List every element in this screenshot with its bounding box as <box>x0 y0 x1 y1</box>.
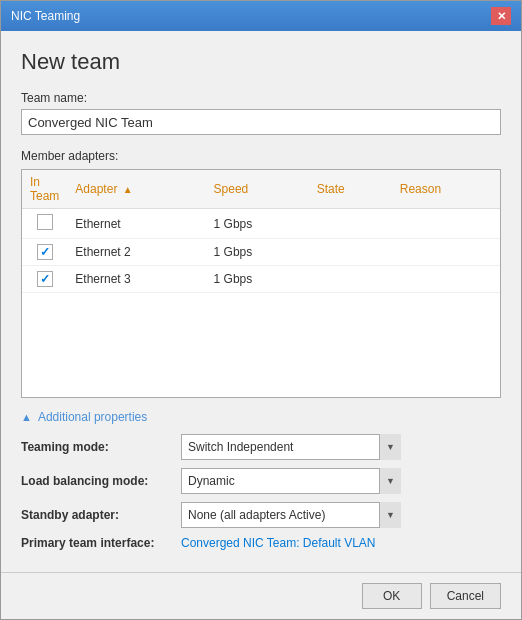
close-button[interactable]: ✕ <box>491 7 511 25</box>
chevron-up-icon: ▲ <box>21 411 32 423</box>
prop-row: Primary team interface:Converged NIC Tea… <box>21 536 501 550</box>
prop-row: Load balancing mode:DynamicHyper-V PortA… <box>21 468 501 494</box>
primary-interface-link[interactable]: Converged NIC Team: Default VLAN <box>181 536 376 550</box>
adapter-checkbox[interactable] <box>37 271 53 287</box>
adapter-reason-cell <box>392 239 500 266</box>
team-name-label: Team name: <box>21 91 501 105</box>
table-row: Ethernet 31 Gbps <box>22 266 500 293</box>
adapter-reason-cell <box>392 266 500 293</box>
adapter-name-cell: Ethernet <box>67 209 205 239</box>
in-team-cell[interactable] <box>22 266 67 293</box>
adapters-table-container: In Team Adapter ▲ Speed State Reason Eth… <box>21 169 501 398</box>
adapter-checkbox[interactable] <box>37 214 53 230</box>
adapter-speed-cell: 1 Gbps <box>206 266 309 293</box>
in-team-cell[interactable] <box>22 239 67 266</box>
prop-select-0[interactable]: Switch IndependentStatic TeamingLACP <box>181 434 401 460</box>
dialog-footer: OK Cancel <box>1 572 521 619</box>
dialog-content: New team Team name: Member adapters: In … <box>1 31 521 572</box>
adapter-name-cell: Ethernet 2 <box>67 239 205 266</box>
col-adapter[interactable]: Adapter ▲ <box>67 170 205 209</box>
table-row: Ethernet1 Gbps <box>22 209 500 239</box>
title-bar-label: NIC Teaming <box>11 9 80 23</box>
prop-label: Teaming mode: <box>21 440 181 454</box>
prop-select-2[interactable]: None (all adapters Active)EthernetEthern… <box>181 502 401 528</box>
prop-label: Primary team interface: <box>21 536 181 550</box>
team-name-input[interactable] <box>21 109 501 135</box>
additional-properties-section: Teaming mode:Switch IndependentStatic Te… <box>21 434 501 558</box>
adapter-state-cell <box>309 266 392 293</box>
col-reason: Reason <box>392 170 500 209</box>
adapter-checkbox[interactable] <box>37 244 53 260</box>
select-wrapper: None (all adapters Active)EthernetEthern… <box>181 502 401 528</box>
additional-properties-toggle[interactable]: ▲ Additional properties <box>21 410 501 424</box>
prop-row: Teaming mode:Switch IndependentStatic Te… <box>21 434 501 460</box>
col-state: State <box>309 170 392 209</box>
page-title: New team <box>21 49 501 75</box>
prop-label: Standby adapter: <box>21 508 181 522</box>
prop-label: Load balancing mode: <box>21 474 181 488</box>
dialog-window: NIC Teaming ✕ New team Team name: Member… <box>0 0 522 620</box>
sort-arrow-icon: ▲ <box>123 184 133 195</box>
adapter-state-cell <box>309 209 392 239</box>
prop-row: Standby adapter:None (all adapters Activ… <box>21 502 501 528</box>
select-wrapper: DynamicHyper-V PortAddress HashTransport… <box>181 468 401 494</box>
ok-button[interactable]: OK <box>362 583 422 609</box>
prop-select-1[interactable]: DynamicHyper-V PortAddress HashTransport… <box>181 468 401 494</box>
adapter-speed-cell: 1 Gbps <box>206 209 309 239</box>
additional-properties-label: Additional properties <box>38 410 147 424</box>
adapter-name-cell: Ethernet 3 <box>67 266 205 293</box>
table-row: Ethernet 21 Gbps <box>22 239 500 266</box>
title-bar: NIC Teaming ✕ <box>1 1 521 31</box>
in-team-cell[interactable] <box>22 209 67 239</box>
table-header-row: In Team Adapter ▲ Speed State Reason <box>22 170 500 209</box>
col-speed: Speed <box>206 170 309 209</box>
adapter-state-cell <box>309 239 392 266</box>
member-adapters-label: Member adapters: <box>21 149 501 163</box>
cancel-button[interactable]: Cancel <box>430 583 501 609</box>
adapters-table: In Team Adapter ▲ Speed State Reason Eth… <box>22 170 500 293</box>
adapter-speed-cell: 1 Gbps <box>206 239 309 266</box>
adapter-reason-cell <box>392 209 500 239</box>
select-wrapper: Switch IndependentStatic TeamingLACP▼ <box>181 434 401 460</box>
col-in-team: In Team <box>22 170 67 209</box>
